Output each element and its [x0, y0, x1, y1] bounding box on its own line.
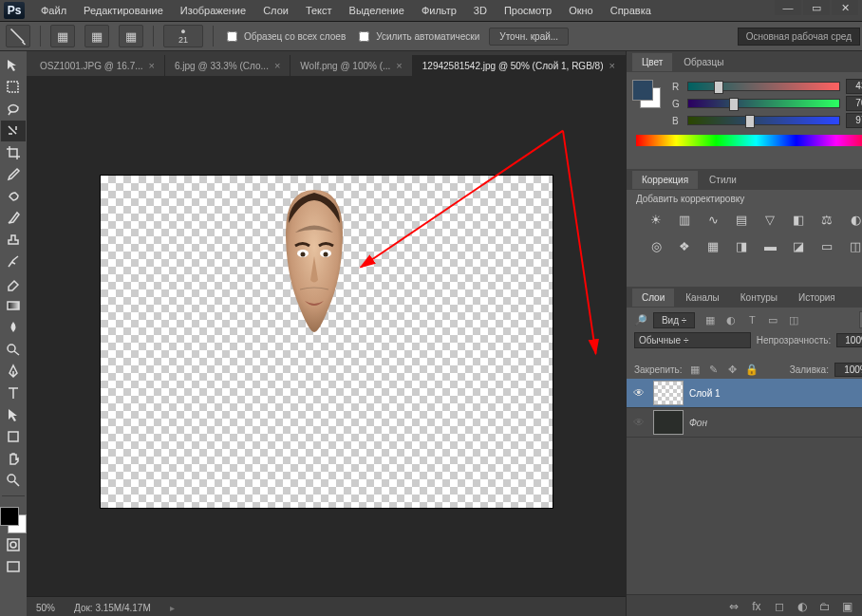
brush-picker[interactable]: ●21 [163, 25, 203, 47]
r-slider[interactable] [687, 82, 840, 91]
layer-row[interactable]: 👁 Слой 1 [627, 379, 862, 408]
brightness-icon[interactable]: ☀ [646, 210, 666, 229]
new-group-icon[interactable]: 🗀 [817, 599, 833, 614]
blend-mode-select[interactable]: Обычные ÷ [634, 332, 751, 348]
vibrance-icon[interactable]: ▽ [759, 210, 780, 229]
menu-layer[interactable]: Слои [254, 0, 297, 21]
layer-thumb[interactable] [653, 410, 684, 435]
hue-icon[interactable]: ◧ [788, 210, 809, 229]
menu-filter[interactable]: Фильтр [413, 0, 465, 21]
type-tool[interactable] [1, 383, 26, 403]
window-minimize[interactable]: — [775, 0, 801, 15]
add-selection-icon[interactable]: ▦ [84, 25, 109, 47]
selcolor-icon[interactable]: ◫ [845, 236, 862, 255]
heal-tool[interactable] [1, 186, 26, 207]
invert-icon[interactable]: ◨ [731, 236, 752, 255]
quickmask-toggle[interactable] [1, 534, 26, 555]
b-slider[interactable] [687, 116, 840, 125]
menu-edit[interactable]: Редактирование [75, 0, 172, 21]
shape-tool[interactable] [1, 426, 26, 447]
layer-thumb[interactable] [653, 381, 684, 405]
crop-tool[interactable] [1, 142, 26, 163]
lock-pixel-icon[interactable]: ✎ [707, 364, 721, 377]
tab-color[interactable]: Цвет [632, 53, 672, 71]
tab-channels[interactable]: Каналы [676, 289, 729, 307]
window-maximize[interactable]: ▭ [803, 0, 830, 15]
gradmap-icon[interactable]: ▭ [816, 236, 837, 255]
dodge-tool[interactable] [1, 339, 26, 360]
fx-icon[interactable]: fx [749, 599, 764, 614]
layer-row[interactable]: 👁 Фон 🔒 [627, 408, 862, 438]
menu-view[interactable]: Просмотр [496, 0, 560, 21]
color-ramp[interactable] [636, 135, 862, 146]
tab-paths[interactable]: Контуры [731, 289, 787, 307]
filter-type-icon[interactable]: T [742, 311, 761, 328]
doc-tab-0[interactable]: OSZ1001.JPG @ 16.7...× [30, 55, 165, 76]
menu-window[interactable]: Окно [560, 0, 602, 21]
move-tool[interactable] [1, 55, 26, 76]
close-icon[interactable]: × [396, 60, 402, 71]
new-selection-icon[interactable]: ▦ [50, 25, 75, 47]
color-fgbg[interactable] [632, 80, 661, 108]
history-brush-tool[interactable] [1, 252, 26, 272]
curves-icon[interactable]: ∿ [703, 210, 723, 229]
tab-history[interactable]: История [789, 289, 845, 307]
visibility-toggle[interactable]: 👁 [630, 384, 647, 401]
thresh-icon[interactable]: ◪ [788, 236, 809, 255]
link-layers-icon[interactable]: ⇔ [726, 599, 741, 614]
layer-filter-kind[interactable]: Вид ÷ [653, 312, 695, 328]
tab-swatches[interactable]: Образцы [674, 53, 733, 71]
exposure-icon[interactable]: ▤ [731, 210, 752, 229]
lock-all-icon[interactable]: 🔒 [745, 364, 759, 377]
menu-select[interactable]: Выделение [341, 0, 413, 21]
r-value[interactable]: 43 [846, 79, 862, 94]
marquee-tool[interactable] [1, 77, 26, 98]
path-select-tool[interactable] [1, 404, 26, 425]
menu-3d[interactable]: 3D [465, 0, 496, 21]
eraser-tool[interactable] [1, 273, 26, 294]
menu-file[interactable]: Файл [32, 0, 75, 21]
visibility-toggle[interactable]: 👁 [630, 414, 647, 431]
menu-image[interactable]: Изображение [172, 0, 254, 21]
doc-tab-3[interactable]: 12942581542.jpg @ 50% (Слой 1, RGB/8)× [413, 55, 626, 76]
doc-tab-1[interactable]: 6.jpg @ 33.3% (Сло...× [165, 55, 290, 76]
tab-styles[interactable]: Стили [700, 171, 746, 189]
fill-value[interactable]: 100% [834, 363, 862, 377]
pen-tool[interactable] [1, 361, 26, 382]
new-adjust-icon[interactable]: ◐ [795, 599, 810, 614]
g-value[interactable]: 70 [846, 96, 862, 111]
gradient-tool[interactable] [1, 295, 26, 316]
auto-enhance-checkbox[interactable]: Усилить автоматически [355, 28, 479, 45]
color-swatches[interactable] [0, 507, 27, 533]
menu-help[interactable]: Справка [602, 0, 660, 21]
levels-icon[interactable]: ▥ [674, 210, 695, 229]
lock-trans-icon[interactable]: ▦ [688, 364, 702, 377]
layer-name[interactable]: Слой 1 [689, 388, 721, 399]
chanmix-icon[interactable]: ❖ [674, 236, 695, 255]
stamp-tool[interactable] [1, 230, 26, 251]
panel-fg-color[interactable] [632, 80, 653, 101]
bw-icon[interactable]: ◐ [845, 210, 862, 229]
photo-filter-icon[interactable]: ◎ [646, 236, 666, 255]
zoom-level[interactable]: 50% [36, 603, 55, 613]
lookup-icon[interactable]: ▦ [703, 236, 723, 255]
workspace-switcher[interactable]: Основная рабочая сред [738, 28, 860, 46]
fg-color[interactable] [0, 507, 19, 526]
filter-adjust-icon[interactable]: ◐ [721, 311, 740, 328]
refine-edge-button[interactable]: Уточн. край... [489, 28, 569, 46]
tab-layers[interactable]: Слои [632, 289, 674, 307]
blur-tool[interactable] [1, 317, 26, 338]
g-slider[interactable] [687, 99, 840, 108]
close-icon[interactable]: × [609, 60, 614, 71]
hand-tool[interactable] [1, 448, 26, 469]
lasso-tool[interactable] [1, 99, 26, 120]
close-icon[interactable]: × [274, 60, 280, 71]
eyedropper-tool[interactable] [1, 164, 26, 185]
mask-icon[interactable]: ◻ [772, 599, 787, 614]
filter-shape-icon[interactable]: ▭ [763, 311, 782, 328]
screenmode-toggle[interactable] [1, 556, 26, 577]
app-logo[interactable]: Ps [4, 2, 25, 19]
opacity-value[interactable]: 100% [836, 333, 862, 347]
sample-all-layers-checkbox[interactable]: Образец со всех слоев [223, 28, 346, 45]
lock-pos-icon[interactable]: ✥ [726, 364, 740, 377]
